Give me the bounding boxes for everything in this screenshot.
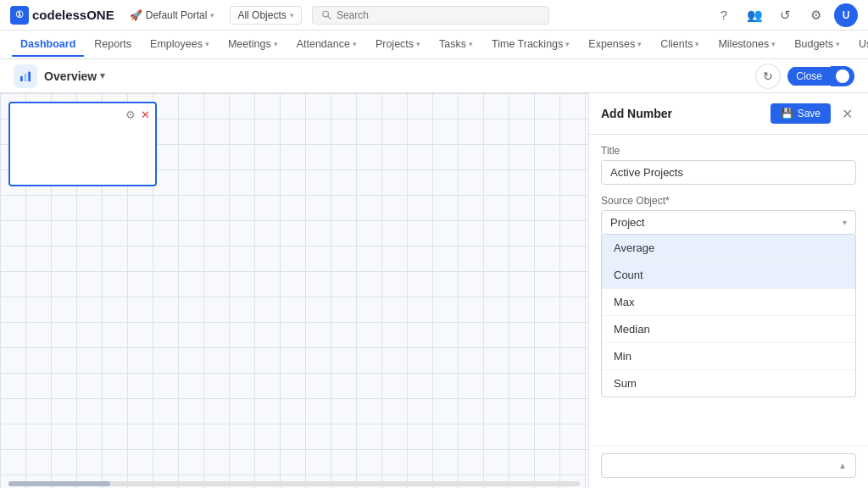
panel-title: Add Number [601,107,672,120]
meetings-chevron: ▾ [274,40,278,48]
toggle-switch[interactable] [831,66,854,86]
source-object-input[interactable]: Project ▾ [601,210,856,235]
svg-line-1 [327,16,330,19]
dropdown-list: Average Count Max Median Min Sum [601,235,856,397]
panel-close-icon: ✕ [842,106,853,122]
nav-item-budgets[interactable]: Budgets ▾ [786,33,849,57]
search-input[interactable] [337,9,540,21]
overview-chevron: ▾ [100,70,105,81]
close-toggle-group[interactable]: Close [787,66,854,86]
logo: ① codelessONE [10,6,114,25]
source-object-arrow: ▾ [843,218,847,227]
topbar-actions: ? 👥 ↺ ⚙ U [712,3,858,27]
nav-item-tasks[interactable]: Tasks ▾ [431,33,481,57]
nav-item-user-pro[interactable]: User Pro [850,33,868,57]
clients-chevron: ▾ [695,40,699,48]
side-panel: Add Number 💾 Save ✕ Title Source Object*… [588,93,868,488]
history-icon: ↺ [780,8,791,23]
portal-chevron: ▾ [210,11,214,19]
dropdown-item-sum[interactable]: Sum [602,370,855,396]
attendance-chevron: ▾ [353,40,357,48]
dropdown-item-count[interactable]: Count [602,262,855,289]
widget-card: ⚙ ✕ [8,102,157,186]
logo-text: codelessONE [32,8,114,22]
divider [589,446,868,446]
main-area: ⚙ ✕ Add Number 💾 Save ✕ Title [0,93,868,488]
panel-header-actions: 💾 Save ✕ [771,103,856,124]
milestones-chevron: ▾ [771,40,776,48]
nav-item-time-trackings[interactable]: Time Trackings ▾ [483,33,578,57]
source-object-value: Project [610,216,843,229]
dropdown-item-median[interactable]: Median [602,316,855,343]
dropdown-item-min[interactable]: Min [602,343,855,370]
settings-button[interactable]: ⚙ [804,3,827,27]
all-objects-dropdown[interactable]: All Objects ▾ [230,6,301,25]
panel-close-button[interactable]: ✕ [837,104,856,123]
avatar[interactable]: U [834,3,858,27]
nav-item-meetings[interactable]: Meetings ▾ [220,33,287,57]
nav-item-expenses[interactable]: Expenses ▾ [580,33,650,57]
widget-close-icon[interactable]: ✕ [141,108,150,121]
save-icon: 💾 [781,108,793,119]
overview-actions: ↻ Close [755,64,854,89]
bottom-arrow-icon[interactable]: ▲ [838,461,847,470]
portal-label: Default Portal [146,9,208,21]
help-icon: ? [721,8,727,22]
panel-header: Add Number 💾 Save ✕ [589,93,868,135]
all-objects-label: All Objects [237,9,286,21]
refresh-icon: ↻ [763,69,773,83]
overview-bar: Overview ▾ ↻ Close [0,59,868,93]
overview-left: Overview ▾ [14,64,105,88]
avatar-text: U [843,9,850,21]
time-chevron: ▾ [565,40,570,48]
nav-item-employees[interactable]: Employees ▾ [142,33,218,57]
grid-scrollbar[interactable] [8,481,580,486]
portal-button[interactable]: 🚀 Default Portal ▾ [125,7,220,24]
budgets-chevron: ▾ [836,40,840,48]
nav-item-projects[interactable]: Projects ▾ [367,33,429,57]
logo-icon: ① [10,6,29,25]
widget-settings-icon[interactable]: ⚙ [125,108,136,121]
toggle-circle [836,69,849,83]
grid-canvas[interactable]: ⚙ ✕ [0,93,588,488]
dropdown-item-max[interactable]: Max [602,289,855,316]
nav-item-reports[interactable]: Reports [86,33,140,57]
bottom-input-row[interactable]: ▲ [601,453,856,478]
panel-body: Title Source Object* Project ▾ Average C… [589,135,868,446]
topbar: ① codelessONE 🚀 Default Portal ▾ All Obj… [0,0,868,30]
tasks-chevron: ▾ [469,40,473,48]
refresh-button[interactable]: ↻ [755,64,781,89]
save-label: Save [798,108,821,119]
navbar: Dashboard Reports Employees ▾ Meetings ▾… [0,30,868,59]
svg-rect-3 [25,73,27,80]
overview-title[interactable]: Overview ▾ [44,69,105,83]
nav-item-attendance[interactable]: Attendance ▾ [288,33,365,57]
expenses-chevron: ▾ [637,40,642,48]
nav-item-clients[interactable]: Clients ▾ [652,33,708,57]
svg-rect-2 [20,76,23,81]
dropdown-item-average[interactable]: Average [602,235,855,262]
bottom-input[interactable] [610,459,838,472]
users-button[interactable]: 👥 [743,3,766,27]
nav-item-milestones[interactable]: Milestones ▾ [709,33,784,57]
title-field-input[interactable] [601,160,856,185]
users-icon: 👥 [747,8,763,23]
overview-icon [14,64,37,88]
all-objects-chevron: ▾ [290,11,294,19]
help-button[interactable]: ? [712,3,736,27]
svg-rect-4 [28,71,31,80]
settings-icon: ⚙ [810,8,821,23]
grid-scrollbar-thumb [8,481,110,486]
portal-icon: 🚀 [130,9,142,21]
close-label: Close [787,67,831,86]
save-button[interactable]: 💾 Save [771,103,831,124]
search-bar[interactable] [312,6,549,25]
projects-chevron: ▾ [416,40,420,48]
source-object-label: Source Object* [601,195,856,207]
title-field-label: Title [601,145,856,157]
overview-chart-icon [19,69,32,83]
widget-actions: ⚙ ✕ [125,108,150,121]
employees-chevron: ▾ [205,40,209,48]
history-button[interactable]: ↺ [773,3,797,27]
nav-item-dashboard[interactable]: Dashboard [12,33,84,57]
